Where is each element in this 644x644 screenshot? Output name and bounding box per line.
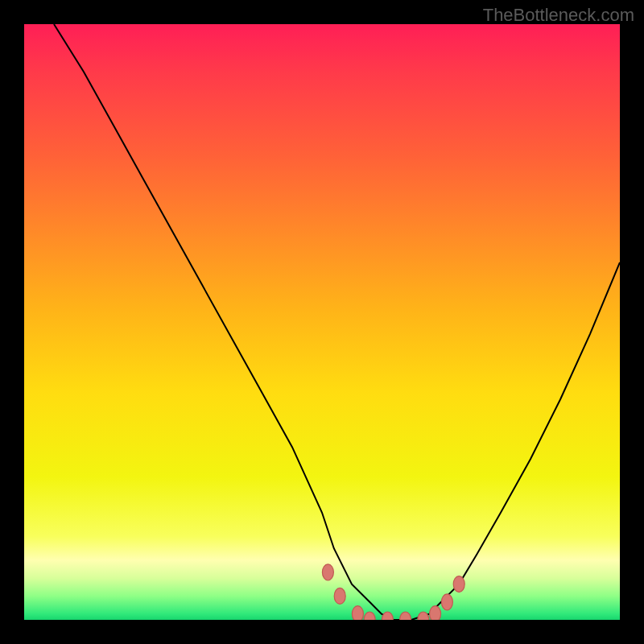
marker-dot bbox=[352, 606, 363, 620]
marker-dot bbox=[364, 612, 375, 620]
marker-dot bbox=[430, 606, 441, 620]
marker-dot bbox=[418, 612, 429, 620]
plot-area bbox=[24, 24, 620, 620]
marker-dot bbox=[441, 594, 452, 610]
chart-container: TheBottleneck.com bbox=[0, 0, 644, 644]
marker-group bbox=[322, 564, 464, 620]
marker-dot bbox=[334, 588, 345, 604]
bottleneck-curve bbox=[54, 24, 620, 620]
watermark-text: TheBottleneck.com bbox=[483, 5, 634, 26]
marker-dot bbox=[322, 564, 333, 580]
marker-dot bbox=[400, 612, 411, 620]
marker-dot bbox=[382, 612, 393, 620]
chart-svg bbox=[24, 24, 620, 620]
marker-dot bbox=[453, 576, 464, 592]
